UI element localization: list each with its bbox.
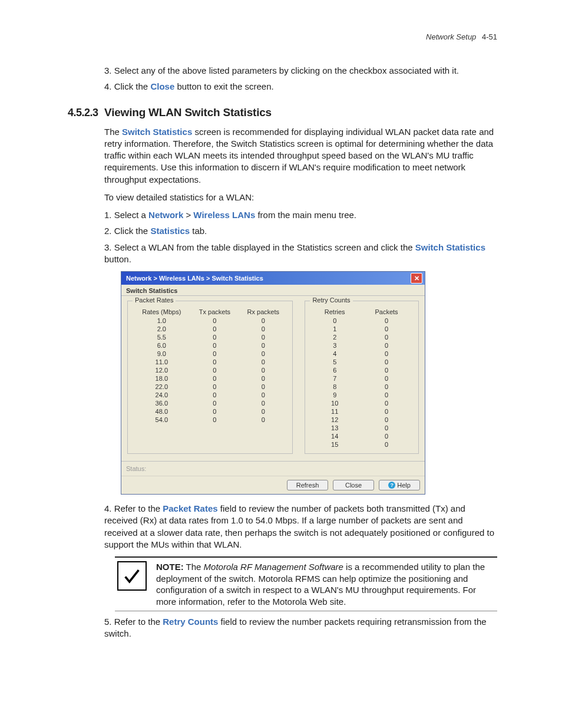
- table-cell: 0: [191, 366, 239, 374]
- table-cell: 0: [239, 366, 287, 374]
- table-cell: 9.0: [133, 350, 191, 358]
- close-button[interactable]: Close: [333, 480, 374, 490]
- list-item: 3. Select any of the above listed parame…: [104, 65, 497, 77]
- text: >: [183, 210, 193, 220]
- table-cell: 0: [359, 416, 414, 424]
- table-cell: 0: [359, 440, 414, 449]
- text: tab.: [190, 226, 207, 236]
- help-label: Help: [397, 482, 411, 489]
- retry-counts-panel: Retry Counts Retries Packets 00102030405…: [305, 301, 419, 454]
- close-icon[interactable]: ✕: [411, 273, 422, 284]
- table-cell: 54.0: [133, 416, 191, 424]
- table-cell: 0: [310, 317, 359, 325]
- header-page-number: 4-51: [482, 32, 497, 41]
- text: Select a: [114, 210, 148, 220]
- paragraph: To view detailed statistics for a WLAN:: [104, 192, 497, 203]
- checkmark-icon: [117, 561, 147, 591]
- table-cell: 0: [191, 333, 239, 341]
- table-cell: 2.0: [133, 325, 191, 333]
- dialog-titlebar: Network > Wireless LANs > Switch Statist…: [121, 272, 425, 285]
- table-cell: 1: [310, 325, 359, 333]
- text: The: [184, 562, 204, 572]
- table-cell: 0: [239, 325, 287, 333]
- table-cell: 13: [310, 424, 359, 432]
- table-cell: 0: [359, 407, 414, 416]
- table-row: 12.000: [133, 366, 287, 374]
- col-header: Rx packets: [239, 307, 287, 317]
- table-row: 9.000: [133, 350, 287, 358]
- table-cell: 0: [239, 374, 287, 383]
- table-cell: 0: [191, 358, 239, 366]
- table-cell: 0: [359, 424, 414, 432]
- table-row: 110: [310, 407, 414, 416]
- table-row: 24.000: [133, 391, 287, 399]
- list-item: 4. Click the Close button to exit the sc…: [104, 81, 497, 93]
- table-cell: 48.0: [133, 407, 191, 416]
- ui-term: Statistics: [150, 226, 190, 236]
- section-title: Viewing WLAN Switch Statistics: [104, 106, 272, 119]
- table-cell: 15: [310, 440, 359, 449]
- table-cell: 24.0: [133, 391, 191, 399]
- table-cell: 0: [191, 416, 239, 424]
- table-cell: 0: [191, 374, 239, 383]
- table-cell: 0: [239, 399, 287, 407]
- text: from the main menu tree.: [255, 210, 356, 220]
- table-row: 10: [310, 325, 414, 333]
- list-item: 4. Refer to the Packet Rates field to re…: [104, 503, 497, 551]
- table-cell: 0: [359, 383, 414, 391]
- table-cell: 0: [239, 358, 287, 366]
- table-cell: 2: [310, 333, 359, 341]
- list-item: 2. Click the Statistics tab.: [104, 225, 497, 237]
- table-row: 11.000: [133, 358, 287, 366]
- table-cell: 9: [310, 391, 359, 399]
- table-row: 30: [310, 341, 414, 350]
- packet-rates-table: Rates (Mbps) Tx packets Rx packets 1.000…: [133, 307, 287, 424]
- table-row: 80: [310, 383, 414, 391]
- table-row: 140: [310, 432, 414, 440]
- table-row: 5.500: [133, 333, 287, 341]
- table-cell: 0: [359, 374, 414, 383]
- table-cell: 0: [239, 350, 287, 358]
- note-callout: NOTE: The Motorola RF Management Softwar…: [115, 556, 497, 611]
- table-cell: 0: [239, 333, 287, 341]
- table-cell: 0: [359, 325, 414, 333]
- table-cell: 10: [310, 399, 359, 407]
- table-cell: 0: [239, 341, 287, 350]
- page-header: Network Setup 4-51: [68, 32, 497, 41]
- text: Refer to the: [114, 617, 163, 627]
- section-heading: 4.5.2.3 Viewing WLAN Switch Statistics: [68, 106, 497, 119]
- help-button[interactable]: ?Help: [379, 480, 420, 490]
- table-cell: 14: [310, 432, 359, 440]
- text: Refer to the: [114, 503, 163, 513]
- table-row: 48.000: [133, 407, 287, 416]
- panel-legend: Packet Rates: [133, 297, 176, 304]
- table-cell: 0: [359, 333, 414, 341]
- table-cell: 0: [191, 399, 239, 407]
- header-title: Network Setup: [426, 32, 476, 41]
- col-header: Rates (Mbps): [133, 307, 191, 317]
- table-cell: 0: [359, 350, 414, 358]
- ui-term: Wireless LANs: [193, 210, 255, 220]
- col-header: Tx packets: [191, 307, 239, 317]
- table-cell: 0: [191, 383, 239, 391]
- table-cell: 0: [239, 383, 287, 391]
- status-bar: Status:: [121, 461, 425, 476]
- table-row: 54.000: [133, 416, 287, 424]
- step-text: button to exit the screen.: [174, 81, 273, 91]
- table-row: 1.000: [133, 317, 287, 325]
- panel-legend: Retry Counts: [310, 297, 352, 304]
- ui-term: Switch Statistics: [415, 242, 485, 252]
- table-row: 90: [310, 391, 414, 399]
- table-cell: 6.0: [133, 341, 191, 350]
- ui-term: Close: [150, 81, 174, 91]
- table-cell: 0: [239, 391, 287, 399]
- table-row: 70: [310, 374, 414, 383]
- table-cell: 0: [239, 407, 287, 416]
- table-row: 50: [310, 358, 414, 366]
- table-cell: 12.0: [133, 366, 191, 374]
- retry-counts-table: Retries Packets 001020304050607080901001…: [310, 307, 414, 449]
- note-lead: NOTE:: [156, 562, 184, 572]
- table-cell: 4: [310, 350, 359, 358]
- refresh-button[interactable]: Refresh: [287, 480, 328, 490]
- text: Select a WLAN from the table displayed i…: [114, 242, 415, 252]
